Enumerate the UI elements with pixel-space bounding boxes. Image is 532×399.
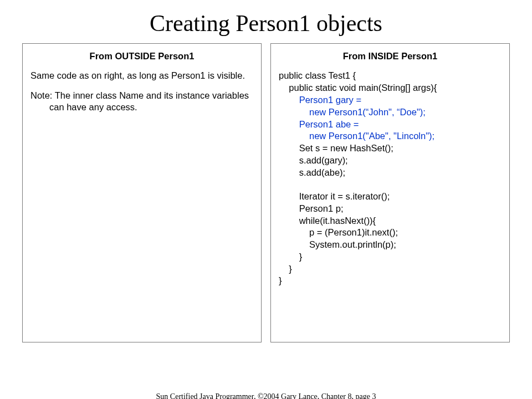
slide: Creating Person1 objects From OUTSIDE Pe… (0, 10, 532, 399)
code-line: Person1 p; (279, 203, 343, 213)
right-heading: From INSIDE Person1 (279, 50, 502, 62)
code-line: s.add(gary); (279, 155, 348, 165)
columns: From OUTSIDE Person1 Same code as on rig… (0, 43, 532, 342)
code-line: Iterator it = s.iterator(); (279, 191, 390, 201)
code-line: } (279, 275, 282, 285)
code-line: public class Test1 { (279, 70, 356, 80)
code-line: public static void main(String[] args){ (279, 83, 437, 93)
code-line-highlight: new Person1(“John", “Doe"); (279, 107, 426, 117)
slide-footer: Sun Certified Java Programmer, ©2004 Gar… (0, 392, 532, 399)
code-line-highlight: Person1 gary = (279, 95, 361, 105)
code-line: } (279, 252, 302, 262)
left-paragraph-2: Note: The inner class Name and its insta… (30, 90, 253, 114)
code-line-highlight: Person1 abe = (279, 119, 359, 129)
left-paragraph-1: Same code as on right, as long as Person… (30, 70, 253, 81)
code-line: Set s = new HashSet(); (279, 143, 393, 153)
left-panel: From OUTSIDE Person1 Same code as on rig… (22, 43, 262, 342)
code-line: s.add(abe); (279, 167, 345, 177)
left-heading: From OUTSIDE Person1 (30, 50, 253, 62)
code-block: public class Test1 { public static void … (279, 70, 502, 287)
code-line: } (279, 264, 292, 274)
code-line: System.out.println(p); (279, 239, 396, 249)
code-line-highlight: new Person1("Abe", "Lincoln"); (279, 131, 434, 141)
right-panel: From INSIDE Person1 public class Test1 {… (270, 43, 510, 342)
code-line: while(it.hasNext()){ (279, 216, 376, 226)
code-line: p = (Person1)it.next(); (279, 227, 398, 237)
slide-title: Creating Person1 objects (0, 10, 532, 37)
